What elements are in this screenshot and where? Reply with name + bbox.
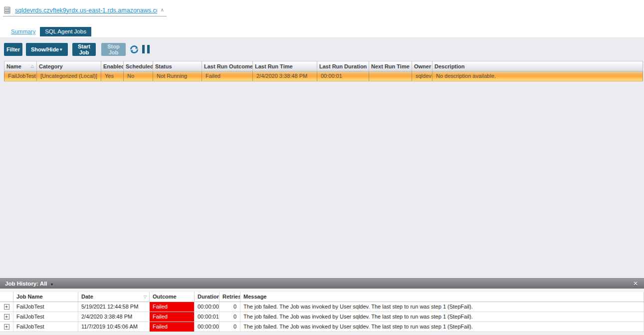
job-row-cell-owner[interactable]: sqldev bbox=[412, 71, 432, 81]
job-row-cell-last-run-outcome[interactable]: Failed bbox=[202, 71, 253, 81]
history-column-header-message[interactable]: Message bbox=[240, 292, 644, 302]
dropdown-arrow-icon: ▼ bbox=[59, 48, 63, 52]
history-row-date[interactable]: 5/19/2021 12:44:58 PM bbox=[78, 302, 150, 312]
job-history-title: Job History: All bbox=[5, 281, 47, 287]
job-history-title-bar: Job History: All ▼ ✕ bbox=[0, 278, 644, 289]
history-column-header-outcome[interactable]: Outcome bbox=[150, 292, 195, 302]
server-name-link[interactable]: sqldevrds.czvftek9yrdx.us-east-1.rds.ama… bbox=[15, 7, 157, 14]
history-row-duration[interactable]: 00:00:00 bbox=[195, 302, 219, 312]
job-row-cell-scheduled[interactable]: No bbox=[124, 71, 153, 81]
column-header-last-run-duration[interactable]: Last Run Duration bbox=[317, 61, 369, 71]
column-header-next-run-time[interactable]: Next Run Time bbox=[369, 61, 412, 71]
start-job-button[interactable]: Start Job bbox=[72, 43, 96, 56]
history-row-retries[interactable]: 0 bbox=[219, 302, 240, 312]
history-row-expand[interactable]: + bbox=[0, 312, 13, 322]
history-row-retries[interactable]: 0 bbox=[219, 322, 240, 332]
history-column-header-job-name[interactable]: Job Name bbox=[13, 292, 78, 302]
column-header-scheduled[interactable]: Scheduled bbox=[124, 61, 153, 71]
show-hide-label: Show/Hide bbox=[31, 46, 59, 52]
refresh-icon bbox=[129, 44, 139, 54]
filter-button[interactable]: Filter bbox=[4, 43, 22, 56]
database-server-icon bbox=[3, 6, 11, 14]
history-column-header-date[interactable]: Date ▽ bbox=[78, 292, 150, 302]
refresh-button[interactable] bbox=[129, 44, 139, 56]
column-header-enabled[interactable]: Enabled bbox=[101, 61, 124, 71]
column-header-owner[interactable]: Owner bbox=[412, 61, 432, 71]
history-row-job-name[interactable]: FailJobTest bbox=[13, 322, 78, 332]
history-row-job-name[interactable]: FailJobTest bbox=[13, 312, 78, 322]
history-column-header-retries[interactable]: Retries bbox=[219, 292, 240, 302]
pause-icon bbox=[142, 45, 145, 53]
show-hide-dropdown-button[interactable]: Show/Hide ▼ bbox=[26, 43, 68, 56]
close-icon[interactable]: ✕ bbox=[632, 281, 639, 287]
column-header-last-run-outcome[interactable]: Last Run Outcome bbox=[202, 61, 253, 71]
stop-job-button-disabled: Stop Job bbox=[101, 43, 126, 56]
column-header-status[interactable]: Status bbox=[153, 61, 202, 71]
sort-ascending-icon: △ bbox=[31, 61, 34, 71]
job-row-cell-last-run-duration[interactable]: 00:00:01 bbox=[317, 71, 369, 81]
column-header-category[interactable]: Category bbox=[37, 61, 101, 71]
column-header-name[interactable]: Name △ bbox=[4, 61, 37, 71]
column-header-description[interactable]: Description bbox=[432, 61, 643, 71]
job-history-panel: Job History: All ▼ ✕ Job Name Date ▽ Out… bbox=[0, 278, 644, 335]
history-header-expand-gutter bbox=[0, 292, 13, 302]
history-column-header-duration[interactable]: Duration bbox=[195, 292, 219, 302]
job-history-divider bbox=[0, 289, 644, 292]
history-row-duration[interactable]: 00:00:00 bbox=[195, 322, 219, 332]
server-selector[interactable]: sqldevrds.czvftek9yrdx.us-east-1.rds.ama… bbox=[3, 4, 167, 16]
job-row-cell-enabled[interactable]: Yes bbox=[101, 71, 124, 81]
history-row-duration[interactable]: 00:00:01 bbox=[195, 312, 219, 322]
history-row-outcome-failed[interactable]: Failed bbox=[150, 312, 195, 322]
tab-bar: Summary SQL Agent Jobs bbox=[10, 27, 91, 36]
history-row-message[interactable]: The job failed. The Job was invoked by U… bbox=[240, 312, 644, 322]
history-row-expand[interactable]: + bbox=[0, 322, 13, 332]
job-history-footer-strip bbox=[0, 332, 644, 335]
jobs-grid: Name △ Category Enabled Scheduled Status… bbox=[4, 61, 643, 81]
pause-button[interactable] bbox=[142, 45, 150, 53]
history-row-date[interactable]: 11/7/2019 10:45:06 AM bbox=[78, 322, 150, 332]
job-row-cell-status[interactable]: Not Running bbox=[153, 71, 202, 81]
history-row-message[interactable]: The job failed. The Job was invoked by U… bbox=[240, 322, 644, 332]
job-row-cell-category[interactable]: [Uncategorized (Local)] bbox=[37, 71, 101, 81]
expand-plus-icon[interactable]: + bbox=[4, 324, 9, 330]
history-row-expand[interactable]: + bbox=[0, 302, 13, 312]
history-row-message[interactable]: The job failed. The Job was invoked by U… bbox=[240, 302, 644, 312]
job-row-cell-next-run-time[interactable] bbox=[369, 71, 412, 81]
history-row-job-name[interactable]: FailJobTest bbox=[13, 302, 78, 312]
tab-sql-agent-jobs[interactable]: SQL Agent Jobs bbox=[40, 27, 91, 36]
history-row-outcome-failed[interactable]: Failed bbox=[150, 322, 195, 332]
column-header-last-run-time[interactable]: Last Run Time bbox=[253, 61, 317, 71]
sort-descending-icon: ▽ bbox=[144, 292, 147, 302]
chevron-down-icon[interactable]: ˄ bbox=[161, 8, 164, 13]
job-row-cell-name[interactable]: FailJobTest bbox=[4, 71, 37, 81]
job-row-cell-description[interactable]: No description available. bbox=[432, 71, 643, 81]
expand-plus-icon[interactable]: + bbox=[4, 304, 9, 310]
job-history-grid: Job Name Date ▽ Outcome Duration Retries… bbox=[0, 292, 644, 332]
tab-summary[interactable]: Summary bbox=[10, 27, 36, 36]
job-row-cell-last-run-time[interactable]: 2/4/2020 3:38:48 PM bbox=[253, 71, 317, 81]
sql-agent-jobs-panel: Filter Show/Hide ▼ Start Job Stop Job Na… bbox=[0, 37, 644, 335]
job-history-filter-dropdown-icon[interactable]: ▼ bbox=[50, 283, 54, 286]
history-row-outcome-failed[interactable]: Failed bbox=[150, 302, 195, 312]
expand-plus-icon[interactable]: + bbox=[4, 314, 9, 320]
history-row-date[interactable]: 2/4/2020 3:38:48 PM bbox=[78, 312, 150, 322]
pause-icon bbox=[147, 45, 150, 53]
history-row-retries[interactable]: 0 bbox=[219, 312, 240, 322]
